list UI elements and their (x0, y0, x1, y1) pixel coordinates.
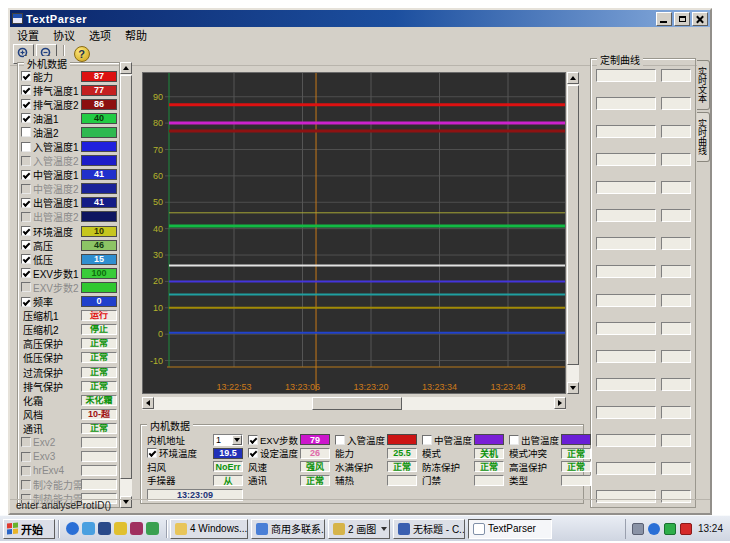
curve-name-field[interactable] (596, 406, 656, 419)
curve-value-field[interactable] (661, 69, 691, 82)
curve-name-field[interactable] (596, 153, 656, 166)
chart-horizontal-scrollbar[interactable] (142, 397, 566, 410)
curve-name-field[interactable] (596, 434, 656, 447)
outlook-express-icon[interactable] (82, 522, 95, 535)
scroll-up-button[interactable] (120, 62, 132, 74)
start-button[interactable]: 开始 (3, 519, 55, 539)
close-button[interactable] (692, 12, 708, 26)
messenger-tray-icon[interactable] (648, 523, 660, 535)
im-tray-icon[interactable] (664, 523, 676, 535)
ie-icon[interactable] (66, 522, 79, 535)
checkbox[interactable] (21, 198, 31, 208)
checkbox[interactable] (21, 297, 31, 307)
curve-value-field[interactable] (661, 322, 691, 335)
curve-name-field[interactable] (596, 294, 656, 307)
checkbox[interactable] (509, 435, 519, 445)
tab-实时曲线[interactable]: 实时曲线 (697, 112, 710, 162)
restore-button[interactable] (674, 12, 690, 26)
scroll-thumb[interactable] (567, 85, 579, 365)
menu-item-1[interactable]: 协议 (46, 27, 82, 43)
indoor-address-dropdown[interactable]: 1 (213, 434, 243, 446)
curve-value-field[interactable] (661, 434, 691, 447)
value-badge: 87 (81, 71, 117, 82)
chart-vertical-scrollbar[interactable] (567, 72, 579, 394)
checkbox[interactable] (21, 71, 31, 81)
checkbox[interactable] (21, 170, 31, 180)
curve-name-field[interactable] (596, 350, 656, 363)
show-desktop-icon[interactable] (98, 522, 111, 535)
dropdown-arrow-icon[interactable] (232, 435, 242, 445)
menu-item-2[interactable]: 选项 (82, 27, 118, 43)
messenger-icon[interactable] (146, 522, 159, 535)
checkbox[interactable] (21, 99, 31, 109)
minimize-button[interactable] (656, 12, 672, 26)
notes-icon[interactable] (114, 522, 127, 535)
tab-实时文本[interactable]: 实时文本 (697, 60, 710, 110)
taskbar-button-3[interactable]: 无标题 - C... (393, 519, 465, 539)
indoor-group: EXV步数79设定温度26风速强风通讯正常 (248, 433, 330, 501)
checkbox[interactable] (147, 448, 157, 458)
curve-name-field[interactable] (596, 462, 656, 475)
checkbox[interactable] (422, 435, 432, 445)
printer-tray-icon[interactable] (632, 523, 644, 535)
curve-name-field[interactable] (596, 265, 656, 278)
checkbox[interactable] (335, 435, 345, 445)
curve-name-field[interactable] (596, 322, 656, 335)
curve-value-field[interactable] (661, 378, 691, 391)
label-text: 入管温度 (347, 433, 385, 447)
checkbox[interactable] (248, 448, 258, 458)
curve-value-field[interactable] (661, 350, 691, 363)
curve-value-field[interactable] (661, 265, 691, 278)
trend-chart[interactable]: 9080706050403020100-1013:22:5313:23:0613… (142, 72, 566, 394)
help-button[interactable]: ? (71, 44, 92, 64)
media-player-icon[interactable] (130, 522, 143, 535)
scroll-thumb[interactable] (120, 75, 132, 479)
scroll-down-button[interactable] (567, 382, 579, 394)
outdoor-row: EXV步数2 (21, 280, 117, 294)
curve-value-field[interactable] (661, 294, 691, 307)
scroll-left-button[interactable] (142, 397, 154, 409)
curve-name-field[interactable] (596, 237, 656, 250)
taskbar-button-4[interactable]: TextParser (468, 519, 552, 539)
checkbox[interactable] (21, 268, 31, 278)
menu-item-0[interactable]: 设置 (10, 27, 46, 43)
checkbox[interactable] (21, 85, 31, 95)
scroll-right-button[interactable] (554, 397, 566, 409)
custom-curve-row (596, 265, 691, 278)
scroll-up-button[interactable] (567, 72, 579, 84)
curve-value-field[interactable] (661, 237, 691, 250)
curve-value-field[interactable] (661, 153, 691, 166)
curve-value-field[interactable] (661, 97, 691, 110)
outdoor-row: 低压15 (21, 252, 117, 266)
menu-item-3[interactable]: 帮助 (118, 27, 154, 43)
checkbox[interactable] (21, 113, 31, 123)
scroll-thumb[interactable] (312, 397, 402, 410)
taskbar-button-2[interactable]: 2 画图 (328, 519, 390, 539)
checkbox[interactable] (21, 127, 31, 137)
curve-name-field[interactable] (596, 125, 656, 138)
curve-value-field[interactable] (661, 181, 691, 194)
taskbar-button-1[interactable]: 商用多联系... (251, 519, 325, 539)
checkbox[interactable] (248, 435, 258, 445)
curve-name-field[interactable] (596, 209, 656, 222)
download-tray-icon[interactable] (680, 523, 692, 535)
curve-name-field[interactable] (596, 181, 656, 194)
textparser-window: TextParser 设置协议选项帮助 (8, 8, 712, 515)
curve-value-field[interactable] (661, 209, 691, 222)
curve-value-field[interactable] (661, 406, 691, 419)
curve-value-field[interactable] (661, 462, 691, 475)
curve-name-field[interactable] (596, 378, 656, 391)
curve-value-field[interactable] (661, 125, 691, 138)
checkbox[interactable] (21, 142, 31, 152)
curve-name-field[interactable] (596, 97, 656, 110)
value-badge: 正常 (81, 423, 117, 434)
outdoor-scrollbar[interactable] (120, 62, 132, 508)
curve-name-field[interactable] (596, 69, 656, 82)
taskbar-button-0[interactable]: 4 Windows... (170, 519, 248, 539)
checkbox[interactable] (21, 226, 31, 236)
checkbox[interactable] (21, 254, 31, 264)
title-bar[interactable]: TextParser (10, 10, 710, 27)
custom-curve-row (596, 378, 691, 391)
value-badge: 26 (300, 448, 330, 459)
checkbox[interactable] (21, 240, 31, 250)
